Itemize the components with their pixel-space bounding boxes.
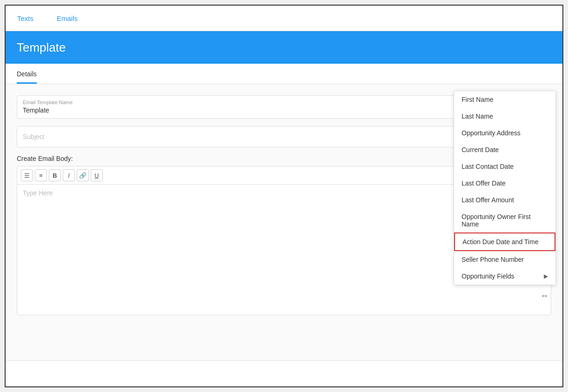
main-content: Email Template Name Subject Create Email… — [6, 84, 562, 360]
subject-placeholder: Subject — [23, 133, 45, 140]
toolbar-ordered-list-button[interactable]: ≡ — [35, 169, 47, 181]
code-toggle-button[interactable]: ↔ — [540, 291, 548, 301]
dropdown-item-action-due-date-time[interactable]: Action Due Date and Time — [454, 233, 555, 251]
toolbar-bold-button[interactable]: B — [49, 169, 61, 181]
dropdown-item-last-name[interactable]: Last Name — [454, 108, 555, 125]
dropdown-item-label-last-offer-amount: Last Offer Amount — [462, 196, 514, 204]
toolbar-link-button[interactable]: 🔗 — [77, 169, 89, 181]
page-title: Template — [17, 40, 66, 55]
toolbar-unordered-list-button[interactable]: ☰ — [21, 169, 33, 181]
dropdown-item-opportunity-address[interactable]: Opportunity Address — [454, 125, 555, 141]
dropdown-item-label-last-contact-date: Last Contact Date — [462, 163, 514, 170]
dropdown-item-label-opportunity-fields: Opportunity Fields — [462, 272, 515, 280]
dropdown-item-label-first-name: First Name — [462, 96, 493, 103]
dropdown-item-opportunity-owner-first-name[interactable]: Opportunity Owner First Name — [454, 208, 555, 233]
tab-bar: Details — [6, 64, 562, 84]
toolbar-underline-button[interactable]: U — [91, 169, 103, 181]
dropdown-item-last-offer-amount[interactable]: Last Offer Amount — [454, 192, 555, 208]
dropdown-item-first-name[interactable]: First Name — [454, 91, 555, 108]
editor-placeholder: Type Here — [23, 189, 53, 197]
dropdown-item-last-offer-date[interactable]: Last Offer Date — [454, 175, 555, 192]
dropdown-item-label-last-name: Last Name — [462, 113, 493, 120]
tab-emails[interactable]: Emails — [54, 6, 80, 31]
dropdown-item-label-action-due-date-time: Action Due Date and Time — [462, 238, 538, 246]
dropdown-item-opportunity-fields[interactable]: Opportunity Fields▶ — [454, 268, 555, 285]
page-header: Template — [6, 31, 562, 64]
dropdown-item-label-current-date: Current Date — [462, 146, 499, 153]
bottom-bar — [6, 360, 562, 386]
dropdown-item-label-last-offer-date: Last Offer Date — [462, 179, 506, 187]
dropdown-menu: First NameLast NameOpportunity AddressCu… — [454, 91, 556, 285]
dropdown-item-label-opportunity-owner-first-name: Opportunity Owner First Name — [462, 213, 548, 228]
toolbar-italic-button[interactable]: I — [63, 169, 75, 181]
dropdown-item-current-date[interactable]: Current Date — [454, 141, 555, 158]
tab-details[interactable]: Details — [17, 70, 37, 84]
tab-texts[interactable]: Texts — [15, 6, 36, 31]
dropdown-item-seller-phone-number[interactable]: Seller Phone Number — [454, 251, 555, 268]
dropdown-item-last-contact-date[interactable]: Last Contact Date — [454, 158, 555, 175]
app-container: Texts Emails Template Details Email Temp… — [5, 5, 563, 387]
chevron-right-icon: ▶ — [544, 273, 548, 279]
dropdown-item-label-opportunity-address: Opportunity Address — [462, 129, 521, 137]
dropdown-item-label-seller-phone-number: Seller Phone Number — [462, 256, 524, 263]
top-nav: Texts Emails — [6, 6, 562, 31]
